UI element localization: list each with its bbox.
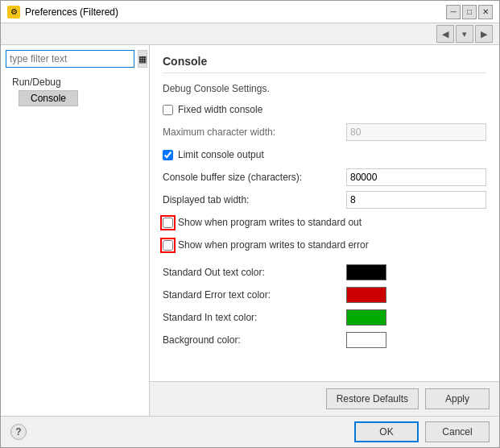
nav-arrows-bar: ◀ ▾ ▶ [1, 23, 499, 45]
fixed-width-checkbox[interactable] [163, 105, 173, 115]
footer-bar: ? OK Cancel [1, 416, 499, 447]
show-stderr-checkbox[interactable] [163, 240, 173, 251]
show-stdout-row: Show when program writes to standard out [163, 214, 486, 231]
show-stdout-checkbox[interactable] [163, 218, 173, 228]
search-box: ▦ [6, 50, 144, 68]
stderr-color-swatch[interactable] [346, 287, 386, 303]
search-filter-button[interactable]: ▦ [138, 50, 147, 68]
action-bar: Restore Defaults Apply [150, 381, 499, 416]
title-bar: ⚙ Preferences (Filtered) ─ □ ✕ [1, 1, 499, 23]
stdout-color-swatch[interactable] [346, 264, 386, 280]
window-title: Preferences (Filtered) [25, 6, 118, 18]
stderr-color-label: Standard Error text color: [163, 289, 340, 301]
stdout-color-row: Standard Out text color: [163, 263, 486, 281]
fixed-width-row: Fixed width console [163, 101, 486, 118]
title-controls: ─ □ ✕ [446, 5, 493, 19]
dropdown-button[interactable]: ▾ [456, 25, 473, 43]
tab-width-row: Displayed tab width: [163, 191, 486, 209]
stdout-color-label: Standard Out text color: [163, 267, 340, 278]
title-bar-left: ⚙ Preferences (Filtered) [7, 6, 118, 19]
sidebar-item-console-wrapper: Console [6, 90, 144, 106]
limit-output-checkbox[interactable] [163, 150, 173, 160]
color-section: Standard Out text color: Standard Error … [163, 263, 486, 354]
back-button[interactable]: ◀ [436, 25, 454, 43]
forward-button[interactable]: ▶ [475, 25, 493, 43]
fixed-width-label: Fixed width console [178, 104, 262, 115]
show-stderr-row: Show when program writes to standard err… [163, 236, 486, 254]
max-char-width-input[interactable] [346, 123, 486, 141]
search-input[interactable] [6, 50, 134, 68]
buffer-size-label: Console buffer size (characters): [163, 172, 340, 183]
stdin-color-swatch[interactable] [346, 309, 386, 326]
main-panel: Console Debug Console Settings. Fixed wi… [150, 45, 499, 416]
limit-output-label: Limit console output [178, 149, 264, 160]
help-button[interactable]: ? [10, 424, 27, 440]
sidebar-item-run-debug[interactable]: Run/Debug [6, 74, 144, 90]
bg-color-label: Background color: [163, 334, 340, 346]
show-stderr-label: Show when program writes to standard err… [178, 239, 369, 251]
minimize-button[interactable]: ─ [446, 5, 461, 19]
apply-button[interactable]: Apply [425, 388, 490, 409]
window-icon: ⚙ [7, 6, 20, 19]
buffer-size-row: Console buffer size (characters): [163, 168, 486, 186]
sidebar-item-console[interactable]: Console [19, 90, 78, 106]
tab-width-input[interactable] [346, 191, 486, 209]
show-stdout-label: Show when program writes to standard out [178, 217, 362, 228]
stderr-color-row: Standard Error text color: [163, 286, 486, 304]
buffer-size-input[interactable] [346, 168, 486, 186]
stdin-color-row: Standard In text color: [163, 309, 486, 326]
main-content: ▦ Run/Debug Console Console Debug Consol… [1, 45, 499, 416]
bg-color-row: Background color: [163, 331, 486, 349]
cancel-button[interactable]: Cancel [425, 421, 490, 442]
ok-button[interactable]: OK [354, 421, 419, 442]
tab-width-label: Displayed tab width: [163, 194, 340, 205]
section-title: Debug Console Settings. [163, 83, 486, 94]
max-char-width-label: Maximum character width: [163, 127, 340, 138]
max-char-width-row: Maximum character width: [163, 123, 486, 141]
stdin-color-label: Standard In text color: [163, 312, 340, 323]
preferences-window: ⚙ Preferences (Filtered) ─ □ ✕ ◀ ▾ ▶ ▦ R… [0, 0, 500, 448]
restore-button[interactable]: □ [462, 5, 477, 19]
restore-defaults-button[interactable]: Restore Defaults [326, 388, 419, 409]
close-button[interactable]: ✕ [478, 5, 493, 19]
footer-buttons: OK Cancel [354, 421, 490, 442]
panel-title: Console [163, 55, 486, 73]
limit-output-row: Limit console output [163, 146, 486, 164]
sidebar: ▦ Run/Debug Console [1, 45, 150, 416]
bg-color-swatch[interactable] [346, 332, 386, 348]
